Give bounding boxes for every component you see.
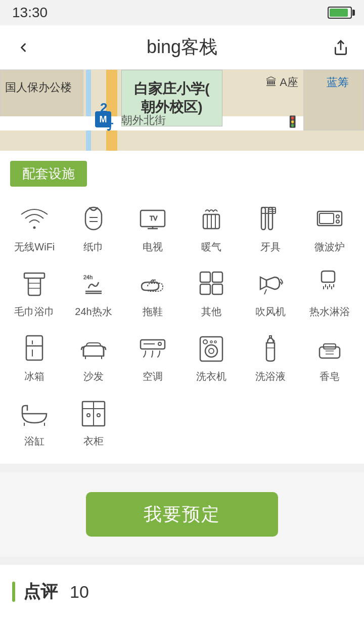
facility-other: 其他 (182, 259, 241, 324)
soap-icon (312, 330, 347, 366)
shower-icon (312, 266, 347, 301)
svg-rect-22 (24, 273, 44, 278)
map-road-vertical-2 (86, 70, 91, 151)
facility-bathtub-label: 浴缸 (24, 434, 44, 448)
svg-rect-28 (200, 284, 210, 294)
status-bar: 13:30 (0, 0, 364, 25)
facility-wifi: 无线WiFi (5, 195, 64, 259)
facility-hairdryer-label: 吹风机 (255, 305, 286, 318)
review-count: 10 (70, 582, 89, 602)
review-indicator (12, 582, 15, 602)
page-title: bing客栈 (147, 35, 217, 60)
svg-rect-29 (212, 284, 222, 294)
facility-slippers-label: 拖鞋 (143, 305, 163, 318)
book-section: 我要预定 (0, 472, 364, 557)
facility-towel-label: 毛巾浴巾 (14, 305, 55, 318)
heater-icon (194, 201, 229, 236)
facility-bodywash: 洗浴液 (241, 324, 300, 389)
facility-washer-label: 洗衣机 (196, 370, 226, 383)
map-label-building: 国人保办公楼 (5, 80, 72, 96)
svg-point-51 (214, 341, 216, 343)
facility-soap: 香皂 (300, 324, 359, 389)
slippers-icon (135, 266, 170, 301)
facilities-section: 配套设施 无线WiFi 纸巾 TV 电视 (0, 151, 364, 464)
svg-point-65 (97, 414, 100, 417)
svg-rect-12 (268, 207, 272, 230)
facility-washer: 洗衣机 (182, 324, 241, 389)
bodywash-icon (253, 330, 288, 366)
facility-soap-label: 香皂 (320, 370, 340, 383)
sofa-icon (76, 330, 111, 366)
facility-tv-label: 电视 (143, 240, 163, 253)
share-button[interactable] (330, 36, 352, 59)
facility-fridge: 冰箱 (5, 324, 64, 389)
fridge-icon (17, 330, 52, 366)
book-button[interactable]: 我要预定 (86, 492, 278, 537)
review-section: 点评 10 北风和太阳 01月13日 ★ ★ ★ ★ ★ (0, 565, 364, 617)
svg-rect-19 (320, 213, 334, 224)
facility-wifi-label: 无线WiFi (14, 240, 55, 253)
other-icon (194, 266, 229, 301)
svg-point-50 (210, 341, 212, 343)
microwave-icon (312, 201, 347, 236)
facility-fridge-label: 冰箱 (24, 370, 44, 383)
hairdryer-icon (253, 266, 288, 301)
wardrobe-icon (76, 395, 111, 430)
map-label-a: 🏛 A座 (266, 75, 298, 90)
svg-text:24h: 24h (83, 274, 93, 280)
facility-other-label: 其他 (201, 305, 221, 318)
back-button[interactable] (12, 36, 34, 59)
facility-toothbrush-label: 牙具 (260, 240, 281, 253)
facility-wardrobe-label: 衣柜 (83, 434, 104, 448)
map-label-blue: 蓝筹 (327, 75, 349, 90)
svg-text:TV: TV (150, 215, 157, 222)
facility-wardrobe: 衣柜 (64, 389, 123, 454)
towel-icon (17, 266, 52, 301)
battery-fill (330, 9, 348, 17)
facility-tissue: 纸巾 (64, 195, 123, 259)
facility-hairdryer: 吹风机 (241, 259, 300, 324)
svg-point-44 (158, 342, 161, 345)
tissue-icon (76, 201, 111, 236)
tv-icon: TV (135, 201, 170, 236)
svg-rect-27 (212, 272, 222, 282)
facility-shower: 热水淋浴 (300, 259, 359, 324)
battery-icon (328, 7, 352, 19)
facility-bathtub: 浴缸 (5, 389, 64, 454)
facility-microwave: 微波炉 (300, 195, 359, 259)
svg-rect-37 (26, 336, 42, 360)
facility-tv: TV 电视 (123, 195, 182, 259)
facility-sofa: 沙发 (64, 324, 123, 389)
map-section: 白家庄小学(朝外校区) 国人保办公楼 2号 M 朝外北街 🚦 🏛 A座 蓝筹 (0, 70, 364, 151)
school-name-label: 白家庄小学(朝外校区) (134, 80, 209, 117)
facility-microwave-label: 微波炉 (314, 240, 345, 253)
svg-point-20 (336, 215, 339, 218)
facility-toothbrush: 牙具 (241, 195, 300, 259)
facility-towel: 毛巾浴巾 (5, 259, 64, 324)
bathtub-icon (17, 395, 52, 430)
svg-point-64 (87, 414, 90, 417)
facility-ac: 空调 (123, 324, 182, 389)
status-time: 13:30 (12, 5, 48, 21)
map-subway-icon: M (95, 111, 111, 127)
svg-point-21 (336, 220, 339, 223)
map-traffic-light: 🚦 (286, 115, 299, 128)
facility-slippers: 拖鞋 (123, 259, 182, 324)
facility-hotwater-label: 24h热水 (75, 305, 112, 318)
facility-heater-label: 暖气 (201, 240, 221, 253)
svg-line-30 (264, 289, 266, 294)
facility-tissue-label: 纸巾 (83, 240, 104, 253)
hotwater-icon: 24h (76, 266, 111, 301)
facility-sofa-label: 沙发 (83, 370, 104, 383)
toothbrush-icon (253, 201, 288, 236)
svg-point-48 (209, 348, 214, 354)
header: bing客栈 (0, 25, 364, 70)
map-background: 白家庄小学(朝外校区) 国人保办公楼 2号 M 朝外北街 🚦 🏛 A座 蓝筹 (0, 70, 364, 151)
ac-icon (135, 330, 170, 366)
facility-ac-label: 空调 (143, 370, 163, 383)
facility-bodywash-label: 洗浴液 (255, 370, 286, 383)
facility-hotwater: 24h 24h热水 (64, 259, 123, 324)
washer-icon (194, 330, 229, 366)
section-divider-2 (0, 557, 364, 565)
svg-point-47 (205, 345, 217, 357)
